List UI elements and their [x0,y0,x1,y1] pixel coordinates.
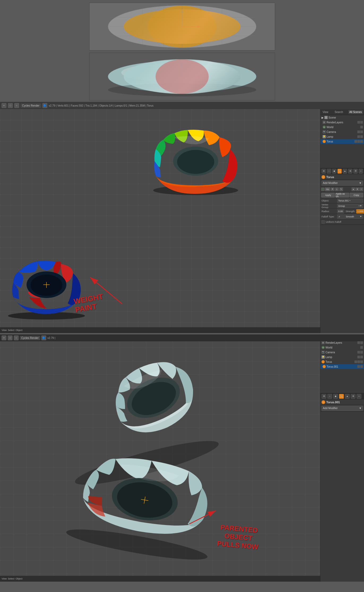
bottom-outliner-torus001[interactable]: ○ Torus.001 [320,364,364,369]
torus-icon: ○ [323,140,326,143]
outliner-item-torus[interactable]: ○ Torus [320,139,364,144]
bottom-add-modifier-btn[interactable]: Add Modifier ▼ [322,406,363,411]
prop-icon-4[interactable]: ▲ [343,169,347,174]
minimize-btn[interactable]: ○ [14,103,19,108]
b-torus-e[interactable] [360,360,363,363]
bottom-close[interactable]: × [2,335,6,340]
select-label: Select [8,329,14,331]
bprop-icon-1[interactable]: ⚙ [322,394,326,399]
svg-marker-23 [197,75,200,78]
lamp-vis[interactable] [357,135,360,138]
apply-button[interactable]: Apply [321,193,335,198]
outliner-item-scene[interactable]: ▶ S Scene [320,115,364,120]
b-lamp-r[interactable] [360,356,363,358]
prop-icon-x[interactable]: × [359,169,363,174]
b-torus-icon: ○ [322,360,325,363]
bprop-icon-mod[interactable]: 🔧 [339,394,344,399]
object-label: Object: [322,199,336,202]
mod-icon-down[interactable]: ▼ [356,187,359,191]
bottom-max[interactable]: □ [8,335,12,340]
add-modifier-btn[interactable]: Add Modifier ▼ [322,180,363,186]
outliner-item-world[interactable]: W World [320,125,364,129]
bprop-icon-4[interactable]: ▲ [345,394,350,399]
camera-icon: 📷 [323,130,326,133]
bottom-outliner-torus[interactable]: ○ Torus [320,359,364,364]
falloff-dropdown[interactable]: ⊿ Smooth ▼ [337,215,363,219]
prop-icon-1[interactable]: ⚙ [322,169,326,174]
bottom-obj-name: Torus.001 [326,401,340,404]
b-cam-vis[interactable] [357,351,360,354]
torus-render[interactable] [357,140,360,143]
renderer-badge[interactable]: Cycles Render [21,104,41,108]
radius-label: Radius: [322,210,336,213]
bottom-mod-arrow: ▼ [359,407,362,410]
vis-eye[interactable] [357,121,360,124]
main-3d-viewport[interactable]: WEIGHT PAINT View Select Object [0,109,320,333]
mod-enabled-check[interactable]: ✓ [321,188,324,191]
b-torus001-icon: ○ [323,365,326,368]
cam-render[interactable] [360,131,363,133]
bottom-3d-viewport[interactable]: PARENTED OBJECT PULLS NOW View Select Ob… [0,334,320,582]
view-label: View [2,329,7,331]
bprop-icon-x[interactable]: × [357,394,361,399]
mod-icon-up[interactable]: ▲ [352,187,355,191]
b-rl-r[interactable] [360,341,363,344]
bprop-icon-5[interactable]: ⚙ [351,394,356,399]
prop-icon-3[interactable]: ◆ [332,169,336,174]
b-t001-vis[interactable] [357,365,360,368]
b-cam-r[interactable] [360,351,363,354]
bottom-outliner-camera[interactable]: 📷 Camera [320,350,364,355]
tab-all-scenes[interactable]: All Scenes [348,110,363,114]
b-render-icon: R [322,341,325,344]
bottom-min[interactable]: ○ [14,335,19,340]
copy-button[interactable]: Copy [350,193,363,198]
mod-icon-delete[interactable]: × [359,187,363,191]
outliner-item-camera[interactable]: 📷 Camera [320,129,364,134]
radius-field[interactable]: 0.00 [337,209,344,213]
b-t001-r[interactable] [360,365,363,368]
torus-extra[interactable] [360,140,363,143]
vertex-group-dropdown[interactable]: Group ×▼ [337,204,363,208]
torus-vis[interactable] [354,140,357,143]
bottom-renderer-badge[interactable]: Cycles Render [20,336,40,340]
object-value-field[interactable]: Torus.001 × [337,199,363,203]
prop-icon-2[interactable]: ○ [327,169,331,174]
uniform-falloff-row: Uniform Falloff [320,219,364,225]
prop-icon-5[interactable]: ⚙ [348,169,352,174]
prop-icon-6[interactable]: ☰ [353,169,358,174]
b-rl-vis[interactable] [357,341,360,344]
strength-label: Strength: [346,210,356,213]
lamp-render[interactable] [360,135,363,138]
outliner-item-renderlayers[interactable]: R RenderLayers [320,120,364,125]
tab-search[interactable]: Search [333,110,344,114]
vertex-dropdown-x[interactable]: ×▼ [358,205,362,207]
outliner-item-lamp[interactable]: 💡 Lamp [320,134,364,139]
svg-marker-21 [181,62,183,65]
strength-field[interactable]: 1.000 [356,209,364,213]
world-vis[interactable] [360,126,363,128]
b-torus-vis[interactable] [354,360,357,363]
b-torus-r[interactable] [357,360,360,363]
bottom-outliner-world[interactable]: W World [320,345,364,350]
bottom-outliner-lamp[interactable]: 💡 Lamp [320,355,364,359]
prop-header: ⚙ ○ ◆ 🔧 ▲ ⚙ ☰ × [320,168,364,174]
tab-view[interactable]: View [322,110,329,114]
prop-icon-mod[interactable]: 🔧 [337,169,342,174]
maximize-btn[interactable]: □ [8,103,13,108]
bprop-icon-3[interactable]: ◆ [333,394,338,399]
lamp-icon: 💡 [323,135,326,138]
cam-vis[interactable] [357,131,360,133]
radius-strength-row: Radius: 0.00 Strength: 1.000 [320,209,364,214]
b-world-vis[interactable] [360,346,363,349]
b-lamp-vis[interactable] [357,356,360,358]
vis-render[interactable] [360,121,363,124]
bprop-icon-2[interactable]: ○ [327,394,332,399]
apply-as-sh-button[interactable]: Apply as Sh. [335,193,349,198]
falloff-arrow: ▼ [360,215,362,218]
mod-icon-render[interactable]: ▷ [335,187,339,191]
mod-icon-edit[interactable]: ✎ [339,187,343,191]
close-btn[interactable]: × [2,103,6,108]
mod-icon-eye[interactable]: 👁 [331,187,335,191]
object-field-x[interactable]: × [349,199,351,202]
uniform-falloff-checkbox[interactable] [322,220,325,224]
